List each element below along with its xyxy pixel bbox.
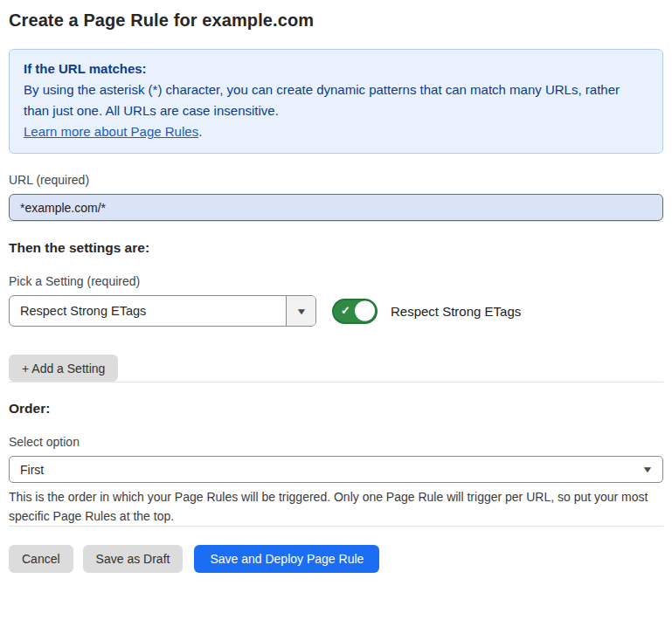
url-label: URL (required)	[9, 173, 663, 187]
setting-toggle[interactable]: ✓	[332, 299, 378, 324]
info-box-heading: If the URL matches:	[24, 59, 648, 79]
order-select-value: First	[10, 457, 643, 482]
info-link-line: Learn more about Page Rules.	[24, 121, 648, 142]
order-select[interactable]: First ▼	[9, 456, 663, 483]
order-help-text: This is the order in which your Page Rul…	[9, 487, 660, 526]
settings-section-heading: Then the settings are:	[9, 240, 663, 256]
setting-row: Respect Strong ETags ▼ ✓ Respect Strong …	[9, 295, 663, 327]
create-page-rule-form: Create a Page Rule for example.com If th…	[0, 0, 672, 573]
setting-select[interactable]: Respect Strong ETags ▼	[9, 295, 316, 327]
footer-divider	[9, 526, 663, 527]
order-select-arrow: ▼	[643, 457, 662, 482]
section-divider	[9, 382, 663, 382]
pick-setting-label: Pick a Setting (required)	[9, 274, 663, 288]
setting-select-arrow-button[interactable]: ▼	[286, 296, 315, 326]
chevron-down-icon: ▼	[641, 465, 654, 474]
url-match-info-box: If the URL matches: By using the asteris…	[9, 49, 663, 154]
info-box-body: By using the asterisk (*) character, you…	[24, 79, 648, 121]
add-setting-button[interactable]: + Add a Setting	[9, 355, 118, 382]
save-and-deploy-button[interactable]: Save and Deploy Page Rule	[194, 545, 379, 573]
save-as-draft-button[interactable]: Save as Draft	[83, 545, 184, 573]
toggle-knob	[355, 301, 375, 321]
setting-select-value: Respect Strong ETags	[10, 296, 286, 326]
page-title: Create a Page Rule for example.com	[9, 10, 663, 31]
check-icon: ✓	[341, 304, 350, 317]
learn-more-link[interactable]: Learn more about Page Rules	[24, 124, 198, 139]
url-input[interactable]	[9, 194, 663, 221]
section-divider	[9, 221, 663, 222]
footer-actions: Cancel Save as Draft Save and Deploy Pag…	[9, 545, 663, 573]
order-select-label: Select option	[9, 435, 663, 449]
link-period: .	[198, 124, 202, 139]
chevron-down-icon: ▼	[295, 307, 308, 316]
order-section-heading: Order:	[9, 401, 663, 417]
cancel-button[interactable]: Cancel	[9, 545, 73, 573]
toggle-label: Respect Strong ETags	[391, 304, 521, 319]
